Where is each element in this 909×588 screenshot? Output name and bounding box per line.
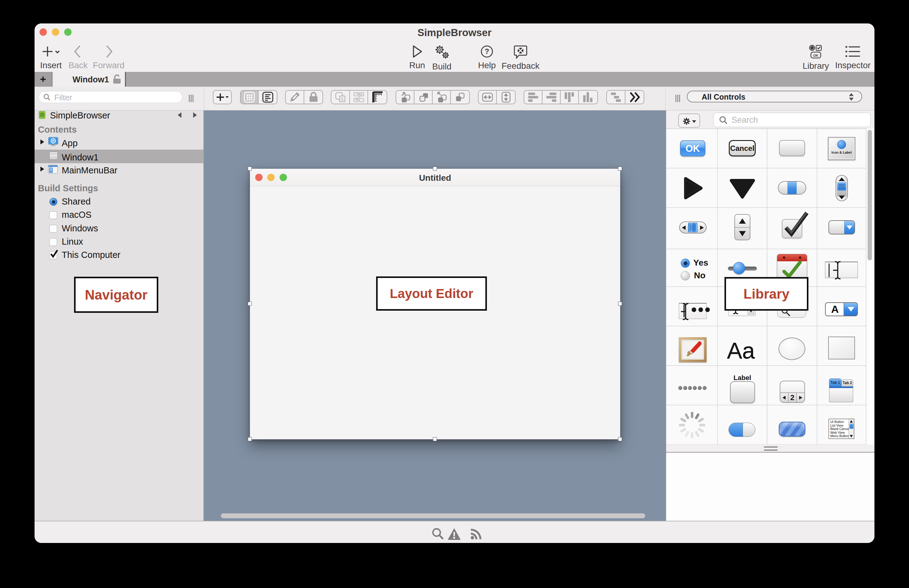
svg-text:?: ?: [485, 47, 489, 55]
svg-text:OK: OK: [813, 54, 819, 57]
svg-text:1: 1: [341, 97, 344, 102]
